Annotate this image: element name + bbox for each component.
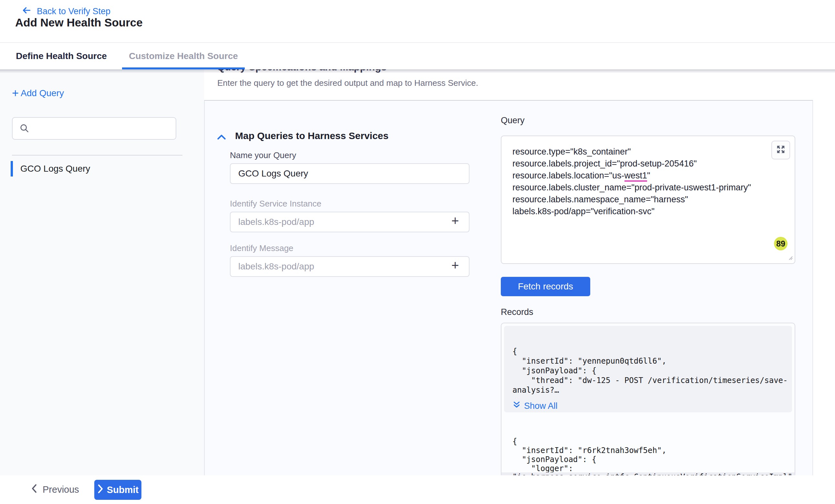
query-label: Query [501,115,525,126]
tab-customize-health-source[interactable]: Customize Health Source [122,43,245,69]
service-instance-input[interactable] [230,212,469,232]
record-1-json: { "insertId": "yennepun0qtd6ll6", "jsonP… [512,346,786,395]
service-instance-label: Identify Service Instance [230,199,321,209]
map-queries-section-title: Map Queries to Harness Services [235,130,388,141]
add-query-button[interactable]: + Add Query [12,88,64,99]
records-label: Records [501,307,533,317]
records-container: { "insertId": "yennepun0qtd6ll6", "jsonP… [501,323,795,478]
query-search-input[interactable] [33,119,170,137]
add-health-source-page: Back to Verify Step Add New Health Sourc… [0,0,835,504]
double-chevron-down-icon [512,401,521,411]
previous-label: Previous [43,484,79,495]
active-tab-underline [122,67,245,69]
section-subtitle: Enter the query to get the desired outpu… [217,78,478,88]
previous-button[interactable]: Previous [28,480,81,499]
tabbar-scroll-shadow [0,69,835,73]
tab-define-health-source[interactable]: Define Health Source [13,43,110,69]
sidebar-divider [12,155,182,155]
chevron-left-icon [30,484,38,496]
query-name-input[interactable] [230,163,469,184]
submit-label: Submit [107,485,139,495]
service-instance-plus-icon[interactable]: + [451,214,459,228]
textarea-resize-handle[interactable] [787,254,793,262]
query-item-label: GCO Logs Query [20,164,90,174]
tab-bar: Define Health Source Customize Health So… [0,42,835,69]
footer-bar: Previous Submit [0,475,835,504]
identify-message-input[interactable] [230,256,469,277]
name-query-label: Name your Query [230,150,296,160]
query-textarea[interactable]: resource.type="k8s_container"resource.la… [501,135,795,264]
show-all-link[interactable]: Show All [512,401,786,411]
submit-button[interactable]: Submit [94,480,141,500]
query-sidebar: + Add Query GCO Logs Query [0,69,204,475]
fetch-records-button[interactable]: Fetch records [501,277,590,296]
chevron-right-icon [97,484,104,496]
record-card-1: { "insertId": "yennepun0qtd6ll6", "jsonP… [504,326,792,412]
query-search-box [12,117,176,140]
expand-icon [776,145,786,155]
character-count-badge: 89 [774,237,788,250]
query-list-item-gco-logs[interactable]: GCO Logs Query [0,160,181,178]
expand-query-button[interactable] [771,141,790,160]
add-query-label: Add Query [21,88,64,99]
query-lines: resource.type="k8s_container"resource.la… [512,146,766,217]
collapse-chevron-up-icon[interactable] [216,133,227,143]
back-link-label: Back to Verify Step [37,6,110,17]
identify-message-plus-icon[interactable]: + [451,258,459,273]
plus-icon: + [12,89,19,98]
record-2-json: { "insertId": "r6rk2tnah3owf5eh", "jsonP… [502,437,795,473]
selected-indicator [11,161,13,176]
identify-message-label: Identify Message [230,243,293,253]
page-title: Add New Health Source [15,16,143,29]
show-all-label: Show All [524,401,558,411]
